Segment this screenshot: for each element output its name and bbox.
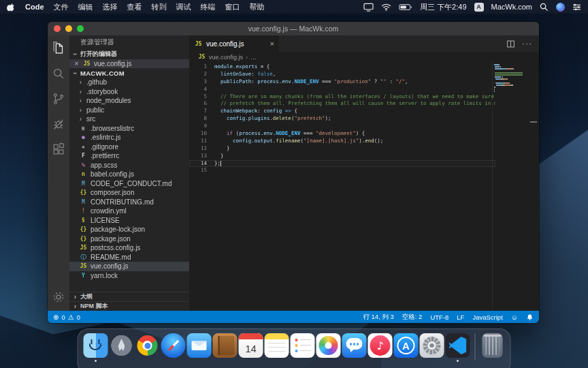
open-editors-section-header[interactable]: › 打开的编辑器 — [69, 49, 189, 59]
tree-row[interactable]: ◈.gitignore — [69, 142, 189, 152]
minimize-window-button[interactable] — [65, 25, 72, 32]
calendar-dock-icon[interactable]: 14 — [239, 333, 263, 358]
extensions-icon[interactable] — [50, 141, 67, 157]
minimap-line — [494, 78, 525, 80]
tree-row[interactable]: ›node_modules — [69, 96, 189, 106]
spotlight-icon[interactable] — [540, 3, 549, 12]
tree-row[interactable]: ›public — [69, 106, 189, 115]
trash-dock-icon[interactable] — [483, 333, 503, 358]
tab-vue-config-js[interactable]: JS vue.config.js × — [189, 35, 279, 52]
tree-row[interactable]: ●.eslintrc.js — [69, 133, 189, 142]
explorer-icon[interactable] — [50, 40, 67, 57]
tree-row[interactable]: %app.scss — [69, 161, 189, 170]
notifications-bell-icon[interactable] — [526, 313, 534, 321]
tree-row[interactable]: §LICENSE — [69, 216, 189, 226]
menu-item[interactable]: 查看 — [127, 2, 142, 12]
warning-icon: ⚠ — [68, 313, 74, 321]
tree-row[interactable]: Yyarn.lock — [69, 271, 189, 281]
close-icon[interactable]: × — [74, 60, 80, 67]
cursor-position-status[interactable]: 行 14, 列 3 — [363, 313, 393, 322]
encoding-status[interactable]: UTF-8 — [430, 313, 448, 321]
notes-dock-icon[interactable] — [265, 333, 289, 358]
tree-row[interactable]: JSvue.config.js — [69, 262, 189, 271]
battery-icon[interactable] — [399, 3, 412, 11]
project-section-header[interactable]: › MACWK.COM — [69, 68, 189, 78]
minimap[interactable] — [492, 62, 527, 311]
vscode-dock-icon[interactable] — [446, 333, 470, 358]
safari-dock-icon[interactable] — [161, 333, 186, 358]
menu-item[interactable]: 终端 — [201, 2, 216, 12]
tree-row[interactable]: ›.github — [69, 78, 189, 87]
split-editor-icon[interactable] — [506, 40, 515, 48]
code-line: 15 — [189, 167, 495, 174]
display-icon[interactable] — [363, 3, 374, 12]
app-store-dock-icon[interactable] — [394, 333, 419, 358]
problems-status[interactable]: ⊗ 0 ⚠ 0 — [53, 313, 80, 321]
tree-row[interactable]: F.prettierrc — [69, 151, 189, 161]
settings-gear-icon[interactable] — [50, 289, 67, 305]
indentation-status[interactable]: 空格: 2 — [402, 313, 423, 322]
window-title-bar[interactable]: vue.config.js — MacWk.com — [48, 22, 539, 35]
tree-row[interactable]: {}package.json — [69, 234, 189, 244]
tree-row[interactable]: MCONTRIBUTING.md — [69, 198, 189, 207]
source-control-icon[interactable] — [50, 91, 67, 107]
breadcrumb[interactable]: JS vue.config.js › … — [189, 52, 539, 62]
tree-row[interactable]: MCODE_OF_CONDUCT.md — [69, 179, 189, 189]
outline-section-header[interactable]: › 大纲 — [69, 292, 189, 301]
photos-dock-icon[interactable] — [316, 333, 341, 358]
tree-row[interactable]: ≡.browserslistrc — [69, 124, 189, 134]
file-type-icon: {} — [79, 189, 88, 196]
messages-dock-icon[interactable] — [342, 333, 367, 358]
wifi-icon[interactable] — [381, 3, 391, 11]
search-icon[interactable] — [50, 65, 67, 82]
tree-row[interactable]: ›.storybook — [69, 87, 189, 97]
code-editor[interactable]: 1module.exports = {2 lintOnSave: false,3… — [189, 62, 539, 311]
tree-row[interactable]: JSpostcss.config.js — [69, 243, 189, 253]
tree-row[interactable]: ›src — [69, 114, 189, 124]
npm-scripts-section-header[interactable]: › NPM 脚本 — [69, 301, 189, 311]
contacts-dock-icon[interactable] — [213, 333, 238, 358]
more-actions-icon[interactable]: ··· — [522, 39, 532, 48]
tree-row[interactable]: {}composer.json — [69, 188, 189, 198]
menu-item[interactable]: 调试 — [176, 2, 191, 12]
tab-close-icon[interactable]: × — [270, 40, 274, 48]
language-mode-status[interactable]: JavaScript — [472, 313, 502, 321]
chrome-dock-icon[interactable] — [135, 333, 160, 358]
tree-row[interactable]: nbabel.config.js — [69, 170, 189, 179]
system-preferences-dock-icon[interactable] — [420, 333, 444, 358]
music-dock-icon[interactable] — [368, 333, 393, 358]
file-name: public — [86, 106, 104, 114]
minimap-line — [494, 85, 525, 86]
debug-icon[interactable] — [50, 116, 67, 132]
menu-bar-brand[interactable]: MacWk.com — [491, 3, 533, 11]
tree-row[interactable]: !crowdin.yml — [69, 206, 189, 216]
feedback-smiley-icon[interactable]: ☺ — [511, 313, 518, 321]
chevron-right-icon: › — [78, 88, 84, 95]
menu-bar-clock[interactable]: 周三 下午2:49 — [420, 2, 466, 12]
running-indicator — [95, 360, 97, 362]
finder-dock-icon[interactable] — [84, 333, 108, 358]
menu-item[interactable]: 编辑 — [78, 2, 93, 12]
menu-item[interactable]: 文件 — [54, 2, 69, 12]
apple-menu-icon[interactable] — [7, 2, 16, 12]
file-name: package.json — [91, 235, 131, 243]
menu-item[interactable]: 窗口 — [225, 2, 240, 12]
tree-row[interactable]: ⓘREADME.md — [69, 253, 189, 262]
file-name: README.md — [91, 254, 131, 261]
mail-dock-icon[interactable] — [187, 333, 212, 358]
launchpad-dock-icon[interactable] — [110, 333, 134, 358]
control-center-icon[interactable] — [572, 3, 581, 11]
menu-app-name[interactable]: Code — [25, 3, 44, 11]
siri-icon[interactable] — [556, 3, 565, 12]
maximize-window-button[interactable] — [77, 25, 84, 32]
chevron-right-icon: › — [78, 115, 84, 123]
close-window-button[interactable] — [54, 25, 61, 32]
menu-item[interactable]: 选择 — [103, 2, 118, 12]
tree-row[interactable]: {}package-lock.json — [69, 225, 189, 234]
eol-status[interactable]: LF — [457, 313, 464, 321]
open-editor-item[interactable]: × JS vue.config.js — [69, 59, 189, 68]
input-method-badge[interactable]: A — [474, 3, 484, 12]
menu-item[interactable]: 帮助 — [250, 2, 265, 12]
menu-item[interactable]: 转到 — [152, 2, 167, 12]
reminders-dock-icon[interactable] — [291, 333, 315, 358]
